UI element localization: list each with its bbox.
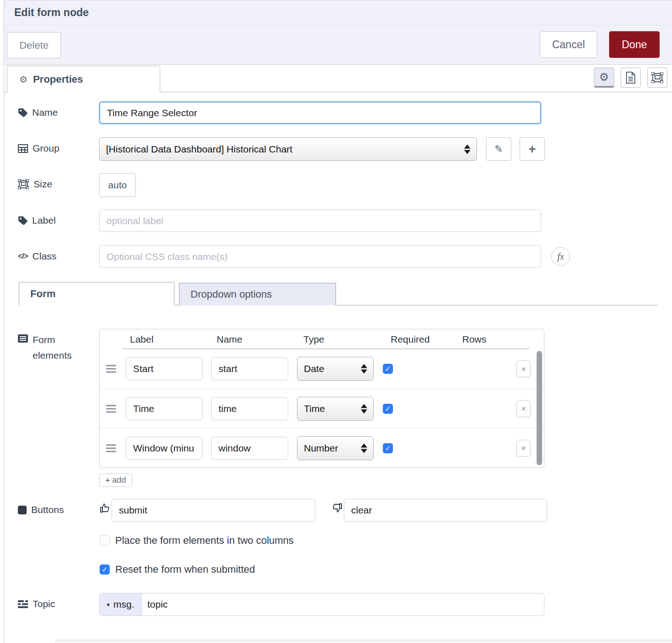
square-icon	[18, 506, 27, 514]
label-input[interactable]	[99, 209, 541, 232]
document-icon	[626, 72, 636, 84]
column-header: Rows	[462, 334, 487, 345]
code-icon: </>	[18, 252, 28, 261]
element-name-input[interactable]	[211, 437, 288, 460]
group-select[interactable]: [Historical Data Dashboard] Historical C…	[99, 137, 477, 161]
tab-properties[interactable]: ⚙ Properties	[7, 66, 160, 92]
edit-form-node-dialog: Edit form node Delete Cancel Done ⚙ Prop…	[4, 0, 672, 643]
dialog-action-bar: Delete Cancel Done	[4, 25, 672, 65]
form-element-row: Time ✓ ✕	[100, 389, 544, 428]
select-arrows-icon	[361, 364, 367, 374]
fx-icon: fx	[557, 251, 564, 262]
tag-icon	[18, 216, 28, 226]
group-field-label: Group	[18, 143, 59, 154]
element-required-checkbox[interactable]: ✓	[383, 364, 393, 374]
properties-panel: Name Group [Historical Data Dashboard] H…	[4, 92, 672, 643]
description-view-button[interactable]	[621, 68, 641, 88]
fx-button[interactable]: fx	[551, 247, 570, 266]
form-elements-label: Form elements	[18, 332, 91, 363]
column-header: Type	[303, 334, 325, 345]
drag-handle-icon[interactable]	[106, 363, 116, 375]
class-input[interactable]	[99, 245, 541, 268]
size-button[interactable]: auto	[99, 173, 136, 197]
thumbs-down-icon	[331, 502, 342, 513]
tag-icon	[18, 108, 28, 118]
editor-tab-row: ⚙ Properties ⚙	[4, 65, 672, 92]
two-columns-checkbox[interactable]	[100, 536, 110, 546]
topic-value-input[interactable]	[142, 593, 544, 615]
delete-row-button[interactable]: ✕	[516, 440, 531, 457]
add-group-button[interactable]: +	[520, 137, 545, 161]
pencil-icon: ✎	[494, 143, 503, 155]
column-header: Name	[217, 334, 242, 345]
object-group-icon	[651, 72, 663, 83]
form-elements-list: Label Name Type Required Rows Date ✓ ✕	[99, 329, 544, 468]
name-input[interactable]	[99, 102, 541, 124]
tab-dropdown-options[interactable]: Dropdown options	[179, 283, 336, 305]
delete-button[interactable]: Delete	[7, 32, 61, 58]
scrollbar[interactable]	[537, 351, 542, 465]
tray-resize-strip	[56, 640, 672, 643]
caret-down-icon: ▾	[106, 601, 110, 608]
element-type-select[interactable]: Time	[297, 397, 374, 421]
element-label-input[interactable]	[126, 397, 203, 420]
done-button[interactable]: Done	[609, 31, 660, 58]
topic-type-select[interactable]: ▾ msg.	[100, 593, 142, 615]
list-alt-icon	[18, 334, 28, 343]
select-arrows-icon	[464, 144, 470, 154]
buttons-field-label: Buttons	[18, 504, 64, 515]
dialog-title: Edit form node	[14, 6, 89, 19]
column-header: Required	[391, 334, 430, 345]
element-type-select[interactable]: Number	[297, 436, 374, 460]
close-icon: ✕	[521, 365, 526, 372]
element-label-input[interactable]	[126, 437, 203, 460]
form-element-row: Number ✓ ✕	[100, 428, 544, 468]
appearance-view-button[interactable]	[647, 68, 667, 88]
close-icon: ✕	[521, 445, 526, 452]
form-elements-header: Label Name Type Required Rows	[100, 329, 544, 349]
select-arrows-icon	[361, 404, 367, 413]
delete-row-button[interactable]: ✕	[516, 361, 531, 378]
table-icon	[18, 144, 28, 153]
topic-typed-input: ▾ msg.	[99, 593, 544, 616]
cancel-button[interactable]: Cancel	[540, 31, 597, 58]
tab-form[interactable]: Form	[19, 282, 174, 305]
element-name-input[interactable]	[211, 397, 288, 420]
properties-view-button[interactable]: ⚙	[594, 68, 614, 88]
close-icon: ✕	[521, 405, 526, 412]
element-type-select[interactable]: Date	[297, 357, 374, 381]
object-group-icon	[18, 179, 29, 189]
properties-tab-label: Properties	[33, 73, 83, 85]
reset-form-option: ✓ Reset the form when submitted	[100, 564, 255, 575]
form-element-row: Date ✓ ✕	[100, 349, 544, 389]
class-field-label: </> Class	[18, 251, 56, 262]
plus-icon: +	[106, 476, 110, 485]
clear-button-label-input[interactable]	[344, 499, 547, 522]
topic-type-label: msg.	[113, 599, 134, 610]
section-tab-row: Form Dropdown options	[19, 282, 658, 305]
name-field-label: Name	[18, 107, 58, 118]
bars-icon	[18, 600, 28, 608]
edit-group-button[interactable]: ✎	[486, 137, 511, 161]
dialog-header: Edit form node	[4, 0, 672, 25]
two-columns-option: Place the form elements in two columns	[100, 535, 294, 547]
add-element-button[interactable]: + add	[99, 474, 132, 487]
drag-handle-icon[interactable]	[106, 442, 116, 454]
element-name-input[interactable]	[211, 357, 288, 380]
delete-row-button[interactable]: ✕	[516, 400, 531, 417]
thumbs-up-icon	[100, 502, 111, 513]
group-select-value: [Historical Data Dashboard] Historical C…	[106, 144, 292, 155]
scrollbar-thumb[interactable]	[537, 351, 542, 465]
element-label-input[interactable]	[126, 357, 203, 380]
drag-handle-icon[interactable]	[106, 403, 116, 414]
element-required-checkbox[interactable]: ✓	[383, 404, 393, 414]
select-arrows-icon	[361, 443, 367, 453]
topic-field-label: Topic	[18, 598, 55, 609]
plus-icon: +	[528, 142, 536, 157]
gear-icon: ⚙	[19, 74, 28, 85]
element-required-checkbox[interactable]: ✓	[383, 443, 393, 453]
size-field-label: Size	[18, 179, 52, 190]
label-field-label: Label	[18, 215, 56, 226]
reset-form-checkbox[interactable]: ✓	[100, 564, 110, 575]
submit-button-label-input[interactable]	[112, 499, 315, 522]
